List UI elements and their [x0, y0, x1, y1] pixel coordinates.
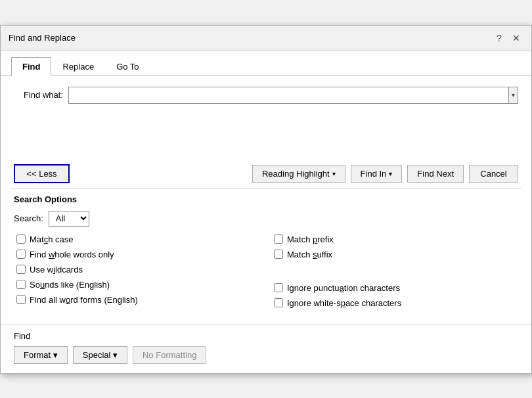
search-options-section: Search Options Search: All Up Down: [1, 189, 531, 316]
no-formatting-button[interactable]: No Formatting: [133, 346, 206, 364]
search-options-title: Search Options: [14, 194, 518, 204]
find-what-label: Find what:: [14, 90, 63, 100]
bottom-section: Find Format ▾ Special ▾ No Formatting: [1, 324, 531, 373]
tabs-row: Find Replace Go To: [1, 51, 531, 76]
match-suffix-checkbox[interactable]: [274, 250, 283, 259]
match-suffix-label[interactable]: Match suffix: [287, 250, 332, 259]
search-row: Search: All Up Down: [14, 211, 518, 227]
search-select-wrapper: All Up Down: [49, 211, 89, 227]
search-select[interactable]: All Up Down: [49, 211, 89, 225]
checkbox-all-word-forms: Find all word forms (English): [16, 295, 261, 305]
checkboxes-left: Match case Find whole words only Use wil…: [16, 234, 261, 308]
close-button[interactable]: ✕: [509, 31, 523, 45]
special-button[interactable]: Special ▾: [73, 346, 127, 364]
checkbox-match-case: Match case: [16, 234, 261, 244]
bottom-section-title: Find: [14, 331, 518, 341]
special-label: Special ▾: [83, 350, 118, 360]
ignore-punctuation-checkbox[interactable]: [274, 283, 283, 292]
sounds-like-label[interactable]: Sounds like (English): [30, 280, 110, 290]
whole-words-label[interactable]: Find whole words only: [30, 250, 114, 259]
reading-highlight-arrow: ▾: [332, 170, 336, 177]
format-label: Format ▾: [24, 350, 58, 360]
find-replace-dialog: Find and Replace ? ✕ Find Replace Go To …: [0, 25, 532, 374]
checkbox-match-suffix: Match suffix: [274, 250, 518, 259]
tab-replace[interactable]: Replace: [51, 57, 105, 76]
format-button[interactable]: Format ▾: [14, 346, 68, 364]
find-what-input-wrapper: ▾: [68, 87, 518, 104]
find-next-button[interactable]: Find Next: [407, 165, 464, 183]
search-label: Search:: [14, 213, 43, 223]
checkbox-sounds-like: Sounds like (English): [16, 280, 261, 290]
ignore-punctuation-label[interactable]: Ignore punctuation characters: [287, 283, 400, 293]
ignore-whitespace-checkbox[interactable]: [274, 298, 283, 307]
match-case-label[interactable]: Match case: [30, 234, 73, 244]
sounds-like-checkbox[interactable]: [16, 280, 26, 289]
checkboxes-grid: Match case Find whole words only Use wil…: [16, 234, 518, 308]
wildcards-checkbox[interactable]: [16, 265, 26, 274]
reading-highlight-button[interactable]: Reading Highlight ▾: [252, 165, 345, 183]
tab-goto[interactable]: Go To: [105, 57, 150, 76]
match-case-checkbox[interactable]: [16, 234, 26, 244]
dialog-body: Find Replace Go To Find what: ▾ << Less: [1, 51, 531, 373]
find-what-input[interactable]: [69, 87, 508, 103]
match-prefix-checkbox[interactable]: [274, 234, 283, 244]
checkbox-ignore-punctuation: Ignore punctuation characters: [274, 283, 518, 293]
checkbox-wildcards: Use wildcards: [16, 265, 261, 275]
whole-words-checkbox[interactable]: [16, 250, 26, 259]
cancel-button[interactable]: Cancel: [469, 165, 518, 183]
find-in-arrow: ▾: [389, 170, 392, 177]
title-bar: Find and Replace ? ✕: [1, 26, 531, 51]
checkboxes-right: Match prefix Match suffix Ignore punctua…: [274, 234, 518, 308]
find-what-row: Find what: ▾: [14, 87, 518, 104]
bottom-buttons-row: Format ▾ Special ▾ No Formatting: [14, 346, 518, 364]
help-button[interactable]: ?: [492, 31, 506, 45]
find-in-button[interactable]: Find In ▾: [351, 165, 403, 183]
wildcards-label[interactable]: Use wildcards: [30, 265, 83, 275]
ignore-whitespace-label[interactable]: Ignore white-space characters: [287, 298, 401, 308]
less-button[interactable]: << Less: [14, 164, 70, 183]
action-row: << Less Reading Highlight ▾ Find In ▾ Fi…: [1, 159, 531, 188]
checkbox-ignore-whitespace: Ignore white-space characters: [274, 298, 518, 308]
all-word-forms-checkbox[interactable]: [16, 295, 26, 304]
find-what-dropdown-arrow[interactable]: ▾: [508, 87, 518, 103]
title-controls: ? ✕: [492, 31, 523, 45]
tab-find[interactable]: Find: [11, 57, 51, 76]
checkbox-whole-words: Find whole words only: [16, 250, 261, 259]
content-area: Find what: ▾: [1, 76, 531, 159]
checkbox-match-prefix: Match prefix: [274, 234, 518, 244]
match-prefix-label[interactable]: Match prefix: [287, 234, 334, 244]
all-word-forms-label[interactable]: Find all word forms (English): [30, 295, 138, 305]
dialog-title: Find and Replace: [9, 33, 76, 43]
